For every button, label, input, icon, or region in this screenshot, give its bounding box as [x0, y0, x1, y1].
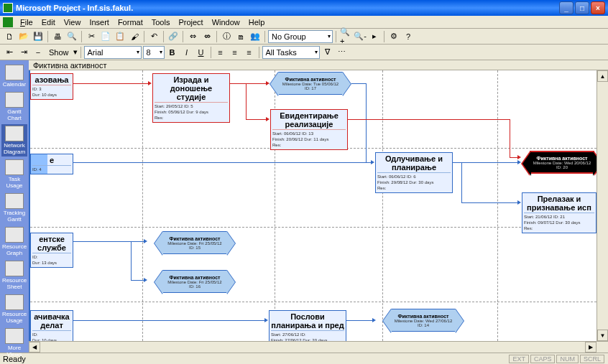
menu-project[interactable]: Project [174, 18, 207, 27]
toolbar-formatting: ⇤ ⇥ − Show ▾ Arial 8 B I U ≡ ≡ ≡ All Tas… [0, 45, 608, 60]
italic-button[interactable]: I [180, 46, 193, 59]
diagram-area: Фиктивна активност азовања ID: 3 Dur: 10… [29, 60, 608, 353]
cut-button[interactable]: ✂ [85, 30, 98, 43]
scroll-down-button[interactable]: ▼ [597, 330, 608, 341]
hide-button[interactable]: − [32, 46, 45, 59]
scroll-up-button[interactable]: ▲ [597, 70, 608, 82]
goto-button[interactable]: ▸ [368, 30, 381, 43]
status-ext: EXT [509, 355, 529, 363]
status-num: NUM [556, 355, 579, 363]
header-task-name: Фиктивна активност [33, 61, 107, 70]
group-dropdown[interactable]: No Group [268, 30, 333, 43]
misc-button[interactable]: ⋯ [336, 46, 349, 59]
menubar: File Edit View Insert Format Tools Proje… [0, 16, 608, 29]
format-painter-button[interactable]: 🖌 [128, 30, 141, 43]
info-button[interactable]: ⓘ [220, 30, 233, 43]
task-box[interactable]: Одлучивање и планирање Start: 06/06/12 I… [375, 152, 453, 193]
view-bar: Calendar Gantt Chart Network Diagram Tas… [0, 60, 29, 353]
assign-button[interactable]: 👥 [249, 30, 262, 43]
statusbar: Ready EXT CAPS NUM SCRL [0, 353, 608, 364]
scroll-right-button[interactable]: ▶ [585, 342, 597, 353]
filter-dropdown[interactable]: All Tasks [262, 46, 320, 59]
menu-insert[interactable]: Insert [85, 18, 114, 27]
milestone-box[interactable]: Фиктивна активност Milestone Date: Tue 0… [278, 72, 343, 95]
sidebar-tracking[interactable]: Tracking Gantt [1, 192, 27, 224]
sidebar-gantt[interactable]: Gantt Chart [1, 90, 27, 123]
task-box[interactable]: азовања ID: 3 Dur: 10 days [30, 73, 73, 100]
split-button[interactable]: ⇎ [201, 30, 213, 43]
align-left-button[interactable]: ≡ [214, 46, 227, 59]
status-text: Ready [3, 355, 508, 363]
scroll-left-button[interactable]: ◀ [29, 342, 40, 353]
link-button[interactable]: 🔗 [167, 30, 180, 43]
milestone-box[interactable]: Фиктивна активност Milestone Date: Wed 2… [530, 151, 594, 174]
milestone-box[interactable]: Фиктивна активност Milestone Date: Fri 2… [162, 270, 227, 293]
align-center-button[interactable]: ≡ [229, 46, 241, 59]
sidebar-calendar[interactable]: Calendar [1, 63, 27, 89]
sidebar-resource-graph[interactable]: Resource Graph [1, 225, 27, 258]
bold-button[interactable]: B [166, 46, 179, 59]
wizard-button[interactable]: ⚙ [387, 30, 400, 43]
size-dropdown[interactable]: 8 [143, 46, 165, 59]
main-area: Calendar Gantt Chart Network Diagram Tas… [0, 60, 608, 353]
network-canvas[interactable]: азовања ID: 3 Dur: 10 days Израда и доно… [29, 70, 597, 341]
milestone-box[interactable]: Фиктивна активност Milestone Date: Wed 2… [391, 309, 456, 332]
sidebar-resource-usage[interactable]: Resource Usage [1, 293, 27, 325]
window-title: Microsoft Project - Inf.sis.fakul. [16, 4, 559, 12]
unlink-button[interactable]: ⇔ [186, 30, 199, 43]
show-label: Show [49, 48, 69, 57]
menu-format[interactable]: Format [114, 18, 147, 27]
status-scrl: SCRL [580, 355, 604, 363]
print-button[interactable]: 🖶 [51, 30, 64, 43]
font-dropdown[interactable]: Arial [84, 46, 142, 59]
show-dropdown-arrow[interactable]: ▾ [73, 47, 78, 57]
menu-window[interactable]: Window [208, 18, 244, 27]
menu-tools[interactable]: Tools [147, 18, 175, 27]
paste-button[interactable]: 📋 [114, 30, 126, 43]
autofilter-button[interactable]: ∇ [321, 46, 334, 59]
horizontal-scrollbar[interactable]: ◀ ▶ [29, 341, 608, 353]
menu-help[interactable]: Help [244, 18, 270, 27]
note-button[interactable]: 🗈 [234, 30, 247, 43]
new-button[interactable]: 🗋 [3, 30, 16, 43]
indent-button[interactable]: ⇥ [17, 46, 30, 59]
milestone-box[interactable]: Фиктивна активност Milestone Date: Fri 2… [162, 231, 227, 254]
task-box[interactable]: Послови планирања и пред Start: 27/06/12… [269, 310, 346, 341]
help-button[interactable]: ? [402, 30, 415, 43]
sidebar-resource-sheet[interactable]: Resource Sheet [1, 259, 27, 291]
menu-view[interactable]: View [60, 18, 86, 27]
zoom-in-button[interactable]: 🔍+ [339, 30, 352, 43]
task-box[interactable]: ачивачка делат ID: Dur: 10 days [30, 310, 73, 341]
save-button[interactable]: 💾 [32, 30, 45, 43]
status-caps: CAPS [530, 355, 556, 363]
copy-button[interactable]: 📄 [99, 30, 112, 43]
toolbar-standard: 🗋 📂 💾 🖶 🔍 ✂ 📄 📋 🖌 ↶ 🔗 ⇔ ⇎ ⓘ 🗈 👥 No Group… [0, 29, 608, 45]
close-button[interactable]: × [591, 1, 605, 14]
align-right-button[interactable]: ≡ [243, 46, 256, 59]
menu-file[interactable]: File [16, 18, 37, 27]
doc-icon [3, 17, 13, 27]
outdent-button[interactable]: ⇤ [3, 46, 16, 59]
task-box[interactable]: Прелазак и признавање исп Start: 21/06/1… [522, 192, 597, 233]
app-icon [3, 3, 13, 13]
task-box[interactable]: е ID: 4 [30, 154, 73, 174]
task-box[interactable]: Израда и доношење студије Start: 29/05/1… [152, 73, 230, 123]
task-box[interactable]: Евидентирање реализације Start: 06/06/12… [270, 109, 348, 150]
undo-button[interactable]: ↶ [147, 30, 160, 43]
sidebar-task-usage[interactable]: Task Usage [1, 158, 27, 190]
window-controls: _ □ × [559, 1, 605, 14]
maximize-button[interactable]: □ [575, 1, 589, 14]
sidebar-network[interactable]: Network Diagram [1, 124, 27, 157]
minimize-button[interactable]: _ [559, 1, 574, 14]
print-preview-button[interactable]: 🔍 [65, 30, 78, 43]
diagram-header: Фиктивна активност [29, 60, 608, 70]
titlebar: Microsoft Project - Inf.sis.fakul. _ □ × [0, 0, 608, 16]
zoom-out-button[interactable]: 🔍- [354, 30, 367, 43]
open-button[interactable]: 📂 [17, 30, 30, 43]
menu-edit[interactable]: Edit [37, 18, 60, 27]
vertical-scrollbar[interactable]: ▲ ▼ [597, 70, 608, 341]
task-box[interactable]: ентске службе ID: Dur: 13 days [30, 233, 73, 268]
underline-button[interactable]: U [195, 46, 208, 59]
